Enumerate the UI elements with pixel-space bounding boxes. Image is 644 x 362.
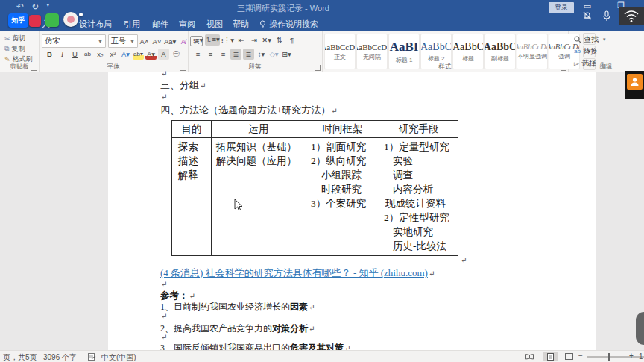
- paragraph-dialog-launcher[interactable]: [315, 65, 321, 71]
- font-color-icon[interactable]: A▾: [145, 49, 157, 60]
- zoom-out-button[interactable]: −: [578, 352, 583, 360]
- style-preview: AaBbC: [452, 41, 484, 53]
- show-marks-icon[interactable]: ¶: [286, 34, 297, 46]
- align-right-icon[interactable]: ≡: [218, 49, 229, 60]
- word-count[interactable]: 3096 个字: [43, 352, 77, 362]
- italic-button[interactable]: I: [57, 49, 68, 60]
- align-center-icon[interactable]: ≡: [205, 49, 216, 60]
- tab-review[interactable]: 审阅: [179, 19, 195, 30]
- paragraph-mark: ↵: [309, 325, 315, 333]
- highlight-color-icon[interactable]: ab▾: [133, 49, 144, 60]
- tell-me-label: 操作说明搜索: [269, 19, 318, 30]
- wifi-icon[interactable]: [623, 10, 640, 22]
- borders-icon[interactable]: ⊞▾: [281, 49, 292, 60]
- proofing-icon[interactable]: [88, 353, 96, 361]
- text-effects-icon[interactable]: A▾: [120, 49, 131, 60]
- side-panel-handle[interactable]: [636, 312, 644, 345]
- paragraph-mark: ↵: [461, 256, 467, 264]
- justify-icon[interactable]: ≣: [230, 49, 242, 60]
- document-page[interactable]: ↵ 三、分组↵ ↵ 四、方法论（选题命题方法+研究方法）↵ 目的 运用 时间框架…: [108, 72, 596, 350]
- status-bar: 页，共5页 3096 个字 中文(中国): [0, 350, 644, 362]
- asian-layout-icon[interactable]: ✕▾: [261, 34, 272, 46]
- paragraph-mark: ↵: [161, 333, 167, 341]
- bold-button[interactable]: B: [44, 49, 55, 60]
- header-methods: 研究手段: [379, 121, 458, 137]
- zhihu-hyperlink[interactable]: (4 条消息) 社会科学的研究方法具体有哪些？ - 知乎 (zhihu.com): [160, 267, 428, 278]
- camera-app-icon[interactable]: [63, 12, 78, 27]
- superscript-button[interactable]: x²: [107, 49, 119, 60]
- zhihu-app-icon[interactable]: 知乎: [8, 13, 28, 28]
- style-label: 标题: [462, 54, 474, 63]
- sign-in-button[interactable]: 登录: [549, 2, 574, 13]
- cut-button[interactable]: ✂ 剪切: [4, 34, 26, 43]
- ribbon: ✂ 剪切 ⧉ 复制 ✎ 格式刷 剪贴板: [0, 31, 644, 73]
- red-app-icon[interactable]: [29, 15, 41, 27]
- web-layout-icon: [565, 353, 573, 360]
- replace-label: 替换: [583, 46, 598, 57]
- tab-help[interactable]: 帮助: [233, 19, 249, 30]
- change-case-icon[interactable]: Aa▾: [164, 36, 176, 47]
- remote-user-badge[interactable]: [627, 74, 643, 90]
- style-preview: AaBbCcDd: [324, 43, 356, 52]
- zoom-in-button[interactable]: +: [629, 352, 634, 360]
- tab-design-partial[interactable]: 设计: [79, 19, 95, 30]
- clipboard-dialog-launcher[interactable]: [31, 65, 37, 71]
- language-indicator[interactable]: 中文(中国): [101, 352, 136, 362]
- read-mode-button[interactable]: [522, 352, 537, 361]
- methods-table[interactable]: 目的 运用 时间框架 研究手段 探索 描述 解释 拓展知识（基础） 解决问题（应…: [171, 120, 458, 256]
- font-name-select[interactable]: 仿宋 ▼: [42, 34, 106, 48]
- microphone-icon[interactable]: [602, 10, 611, 22]
- document-canvas[interactable]: ↵ 三、分组↵ ↵ 四、方法论（选题命题方法+研究方法）↵ 目的 运用 时间框架…: [0, 72, 644, 350]
- find-button[interactable]: 查找 ▾: [574, 34, 606, 45]
- zoom-slider[interactable]: [587, 356, 644, 358]
- bullets-icon[interactable]: ⁝≡▾: [192, 34, 203, 46]
- character-shading-icon[interactable]: A: [158, 49, 169, 60]
- strikethrough-button[interactable]: ab: [82, 49, 93, 60]
- tab-view[interactable]: 视图: [206, 19, 223, 30]
- styles-dialog-launcher[interactable]: [561, 65, 566, 71]
- shading-icon[interactable]: ◇▾: [268, 49, 280, 60]
- enclose-characters-icon[interactable]: ㊀: [171, 49, 182, 60]
- align-left-icon[interactable]: ≡: [192, 49, 203, 60]
- multilevel-list-icon[interactable]: ⁝⋮▾: [221, 34, 234, 46]
- window-title: 三期调研实践记录 - Word: [0, 3, 566, 14]
- print-layout-button[interactable]: [543, 352, 558, 361]
- paragraph-mark: ↵: [161, 280, 167, 288]
- distribute-icon[interactable]: ≣: [243, 49, 254, 60]
- font-group: 仿宋 ▼ 五号 ▼ A˄ A˅ Aa▾ A̸ A B I U ab x₂ x²: [39, 31, 189, 72]
- grow-font-icon[interactable]: A˄: [139, 36, 150, 47]
- line-spacing-icon[interactable]: ↕▾: [256, 49, 267, 60]
- underline-button[interactable]: U: [69, 49, 80, 60]
- word-window: ↶ ↻ ▾ 三期调研实践记录 - Word 登录 ▭ — ❐ 入 设计 布局 引…: [0, 0, 644, 362]
- sort-icon[interactable]: ⇅: [274, 34, 285, 46]
- tell-me-search[interactable]: 操作说明搜索: [259, 19, 318, 30]
- paragraph-mark: ↵: [309, 303, 315, 311]
- zoom-slider-thumb[interactable]: [608, 353, 610, 361]
- replace-button[interactable]: ab 替换: [574, 46, 598, 57]
- decrease-indent-icon[interactable]: ⇤: [236, 34, 247, 46]
- style-preview: AaBbC: [484, 41, 516, 53]
- style-preview: AaBbCcDd: [517, 43, 548, 51]
- page-count[interactable]: 页，共5页: [3, 352, 37, 362]
- styles-group-label: 样式: [322, 63, 568, 72]
- copy-button[interactable]: ⧉ 复制: [4, 44, 25, 54]
- green-app-icon[interactable]: [45, 13, 59, 27]
- minimize-button[interactable]: —: [598, 1, 611, 10]
- subscript-button[interactable]: x₂: [95, 49, 106, 60]
- paragraph-mark: ↵: [429, 269, 435, 278]
- search-icon: [574, 36, 581, 43]
- reference-item-2: 2、提高我国农产品竞争力的对策分析↵: [160, 322, 315, 335]
- tab-references[interactable]: 引用: [124, 19, 140, 30]
- web-layout-button[interactable]: [561, 352, 576, 361]
- style-label: 正文: [334, 53, 346, 61]
- increase-indent-icon[interactable]: ⇥: [248, 34, 259, 46]
- tab-layout[interactable]: 布局: [95, 19, 112, 30]
- shrink-font-icon[interactable]: A˅: [151, 36, 162, 47]
- zoom-percent[interactable]: 1: [639, 352, 643, 361]
- tab-mailings[interactable]: 邮件: [152, 19, 168, 30]
- font-size-select[interactable]: 五号 ▼: [108, 34, 138, 48]
- ribbon-tab-row: 入 设计 布局 引用 邮件 审阅 视图 帮助 操作说明搜索: [0, 16, 644, 31]
- numbering-icon[interactable]: ⒈≡▾: [205, 34, 220, 46]
- notifications-muted-icon[interactable]: [581, 10, 593, 21]
- font-dialog-launcher[interactable]: [180, 65, 186, 71]
